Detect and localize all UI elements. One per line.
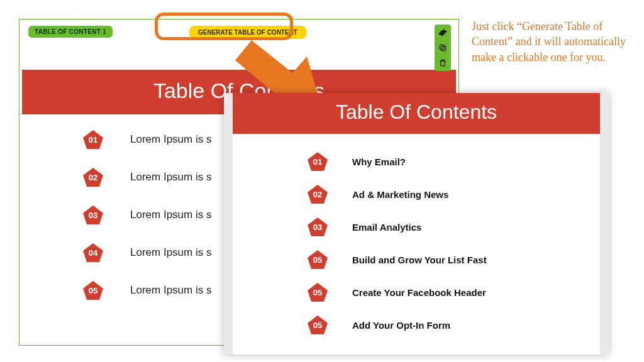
pentagon-icon: 02: [307, 184, 328, 204]
page-margin-left: [224, 93, 233, 354]
gear-icon[interactable]: [437, 27, 448, 38]
pentagon-icon: 05: [307, 282, 328, 302]
list-item[interactable]: 03 Email Analytics: [307, 217, 581, 237]
page-margin-right: [600, 93, 609, 354]
result-toc-list: 01 Why Email? 02 Ad & Marketing News 03 …: [233, 134, 600, 335]
toc-item-text: Lorem Ipsum is s: [130, 133, 211, 146]
pentagon-icon: 01: [307, 151, 328, 172]
pentagon-icon: 05: [82, 280, 104, 300]
list-item[interactable]: 05 Add Your Opt-In Form: [307, 315, 581, 335]
toc-item-text: Email Analytics: [352, 222, 421, 233]
duplicate-icon[interactable]: [437, 42, 448, 53]
toc-item-text: Ad & Marketing News: [352, 189, 448, 200]
toc-item-text: Lorem Ipsum is s: [130, 284, 211, 297]
toc-item-text: Add Your Opt-In Form: [352, 320, 450, 331]
pentagon-icon: 05: [307, 315, 328, 335]
toc-item-text: Why Email?: [352, 156, 406, 167]
list-item[interactable]: 05 Build and Grow Your List Fast: [307, 250, 581, 270]
list-item[interactable]: 01 Why Email?: [307, 151, 581, 172]
toc-item-text: Create Your Facebook Header: [352, 287, 486, 298]
svg-rect-1: [441, 47, 446, 51]
toc-item-text: Lorem Ipsum is s: [130, 246, 211, 259]
trash-icon[interactable]: [437, 57, 448, 69]
generate-toc-button[interactable]: GENERATE TABLE OF CONTENT: [189, 26, 306, 39]
pentagon-icon: 03: [82, 205, 104, 225]
pentagon-icon: 03: [307, 217, 328, 237]
pentagon-icon: 05: [307, 250, 328, 270]
list-item[interactable]: 02 Ad & Marketing News: [307, 184, 581, 204]
pentagon-icon: 01: [82, 129, 104, 150]
toc-item-text: Lorem Ipsum is s: [130, 171, 211, 184]
toc-item-text: Build and Grow Your List Fast: [352, 255, 487, 265]
editor-toolbar: TABLE OF CONTENT 1 GENERATE TABLE OF CON…: [19, 19, 458, 51]
result-panel: Table Of Contents 01 Why Email? 02 Ad & …: [224, 93, 609, 354]
annotation-caption: Just click “Generate Table of Content” a…: [472, 19, 633, 65]
toc-item-text: Lorem Ipsum is s: [130, 209, 211, 221]
list-item[interactable]: 05 Create Your Facebook Header: [307, 282, 581, 302]
toc-block-tag[interactable]: TABLE OF CONTENT 1: [28, 26, 113, 38]
result-toc-header: Table Of Contents: [233, 93, 600, 134]
block-tools: [435, 25, 451, 71]
pentagon-icon: 02: [82, 167, 104, 187]
svg-rect-2: [440, 45, 444, 49]
pentagon-icon: 04: [82, 243, 104, 263]
